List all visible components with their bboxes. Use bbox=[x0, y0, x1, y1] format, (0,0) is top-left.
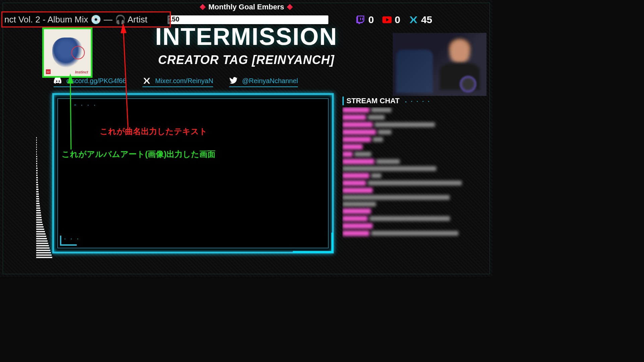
annotation-song-text: これが曲名出力したテキスト bbox=[100, 126, 207, 137]
ember-icon bbox=[200, 4, 206, 10]
main-content-frame: - · · · · · · bbox=[52, 93, 334, 253]
chat-line bbox=[342, 195, 487, 200]
album-art-overlay: 02 Instinct bbox=[42, 27, 92, 78]
chat-header-dots: - · · · · bbox=[405, 99, 431, 104]
youtube-icon bbox=[382, 15, 392, 25]
discord-icon bbox=[54, 76, 62, 85]
main-content-inner bbox=[57, 98, 329, 248]
social-links-row: discord.gg/PKG4f66 Mixer.com/ReinyaN @Re… bbox=[54, 76, 298, 87]
goal-banner: Monthly Goal Embers bbox=[200, 3, 293, 11]
chat-line bbox=[342, 180, 487, 186]
social-mixer[interactable]: Mixer.com/ReinyaN bbox=[142, 76, 213, 87]
main-title: INTERMISSION bbox=[155, 23, 337, 50]
social-mixer-text: Mixer.com/ReinyaN bbox=[155, 77, 213, 85]
stat-mixer: 45 bbox=[408, 14, 432, 25]
social-discord-text: discord.gg/PKG4f66 bbox=[66, 77, 126, 85]
webcam-feed bbox=[393, 33, 487, 96]
album-art-image: 02 Instinct bbox=[44, 29, 91, 76]
corner-dots-bl: · · · bbox=[64, 235, 80, 242]
chat-line bbox=[342, 115, 487, 120]
stat-youtube: 0 bbox=[382, 14, 400, 25]
chat-line bbox=[342, 173, 487, 178]
stat-mixer-value: 45 bbox=[421, 14, 432, 25]
stats-row: 0 0 45 bbox=[356, 14, 432, 25]
mixer-icon bbox=[142, 76, 151, 85]
mixer-icon bbox=[408, 15, 418, 25]
ember-icon bbox=[287, 4, 293, 10]
album-title: Instinct bbox=[75, 70, 88, 74]
chat-line bbox=[342, 202, 487, 206]
now-playing-overlay: nct Vol. 2 - Album Mix 💿 — 🎧 Artist bbox=[1, 11, 171, 27]
goal-banner-text: Monthly Goal Embers bbox=[208, 3, 284, 11]
social-discord[interactable]: discord.gg/PKG4f66 bbox=[54, 76, 126, 87]
stream-chat: STREAM CHAT - · · · · bbox=[342, 97, 487, 261]
stream-chat-header: STREAM CHAT - · · · · bbox=[342, 97, 487, 105]
chat-line bbox=[342, 231, 487, 236]
chat-line bbox=[342, 129, 487, 135]
chat-line bbox=[342, 144, 487, 149]
chat-line bbox=[342, 216, 487, 221]
stream-chat-body[interactable] bbox=[342, 107, 487, 258]
twitch-icon bbox=[356, 15, 366, 25]
chat-line bbox=[342, 166, 487, 171]
stat-twitch: 0 bbox=[356, 14, 374, 25]
social-twitter-text: @ReinyaNchannel bbox=[242, 77, 298, 85]
chat-line bbox=[342, 137, 487, 142]
chat-line bbox=[342, 208, 487, 214]
chat-line bbox=[342, 152, 487, 157]
chat-line bbox=[342, 122, 487, 127]
stat-youtube-value: 0 bbox=[395, 14, 400, 25]
chat-line bbox=[342, 107, 487, 113]
sub-title: CREATOR TAG [REINYANCH] bbox=[158, 53, 334, 67]
corner-dots-tl: - · · · bbox=[74, 101, 97, 109]
album-badge: 02 bbox=[46, 69, 51, 74]
twitter-icon bbox=[229, 76, 238, 85]
chat-line bbox=[342, 188, 487, 193]
audio-visualizer bbox=[36, 101, 52, 258]
stat-twitch-value: 0 bbox=[368, 14, 374, 25]
social-twitter[interactable]: @ReinyaNchannel bbox=[229, 76, 298, 87]
chat-line bbox=[342, 159, 487, 164]
now-playing-text: nct Vol. 2 - Album Mix 💿 — 🎧 Artist bbox=[4, 14, 147, 25]
stream-chat-title: STREAM CHAT bbox=[346, 97, 399, 105]
corner-decoration-br bbox=[293, 233, 333, 253]
annotation-album-art: これがアルバムアート(画像)出力した画面 bbox=[62, 149, 215, 160]
chat-line bbox=[342, 223, 487, 229]
